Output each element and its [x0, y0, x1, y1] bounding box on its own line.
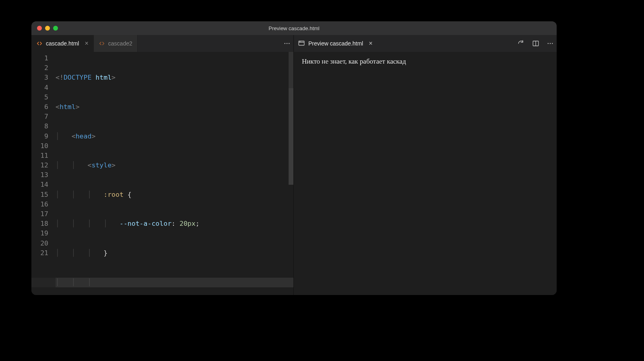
split-editor-icon[interactable]	[532, 39, 540, 47]
preview-tabbar: Preview cascade.html ×	[294, 35, 557, 52]
tab-label: cascade2	[108, 40, 132, 47]
html-file-icon	[36, 40, 43, 47]
tab-cascade2[interactable]: cascade2	[94, 35, 138, 52]
close-preview-icon[interactable]: ×	[369, 40, 372, 47]
code-editor[interactable]: 123456789101112131415161718192021 <!DOCT…	[31, 52, 293, 295]
app-window: Preview cascade.html cascade.html ×	[31, 21, 557, 295]
editor-tab-actions	[283, 35, 291, 52]
svg-point-2	[289, 43, 289, 44]
zoom-window-button[interactable]	[53, 26, 58, 31]
svg-point-9	[550, 43, 551, 44]
code-content[interactable]: <!DOCTYPE html> <html> │ <head> │ │ <sty…	[56, 52, 293, 295]
minimize-window-button[interactable]	[45, 26, 50, 31]
preview-viewport: Никто не знает, как работает каскад	[294, 52, 557, 295]
svg-rect-3	[299, 41, 304, 45]
tab-label: cascade.html	[46, 40, 79, 47]
preview-pane: Preview cascade.html ×	[294, 35, 557, 295]
titlebar: Preview cascade.html	[31, 21, 557, 35]
window-controls	[37, 26, 58, 31]
svg-point-0	[285, 43, 285, 44]
tab-preview[interactable]: Preview cascade.html ×	[297, 35, 375, 52]
preview-paragraph: Никто не знает, как работает каскад	[302, 58, 549, 66]
tab-cascade-html[interactable]: cascade.html ×	[31, 35, 94, 52]
html-file-icon	[99, 40, 105, 47]
more-actions-icon[interactable]	[546, 39, 554, 47]
preview-tab-label: Preview cascade.html	[308, 40, 363, 47]
editor-scrollbar[interactable]	[288, 52, 293, 295]
preview-icon	[298, 40, 305, 47]
window-title: Preview cascade.html	[31, 25, 557, 31]
svg-point-8	[548, 43, 549, 44]
more-actions-icon[interactable]	[283, 39, 291, 47]
svg-point-10	[552, 43, 553, 44]
preview-actions	[517, 35, 554, 52]
editor-pane: cascade.html × cascade2	[31, 35, 294, 295]
close-window-button[interactable]	[37, 26, 42, 31]
svg-point-1	[287, 43, 287, 44]
editor-tabbar: cascade.html × cascade2	[31, 35, 293, 52]
line-gutter: 123456789101112131415161718192021	[31, 52, 56, 295]
close-tab-icon[interactable]: ×	[85, 40, 88, 47]
refresh-icon[interactable]	[517, 39, 525, 47]
